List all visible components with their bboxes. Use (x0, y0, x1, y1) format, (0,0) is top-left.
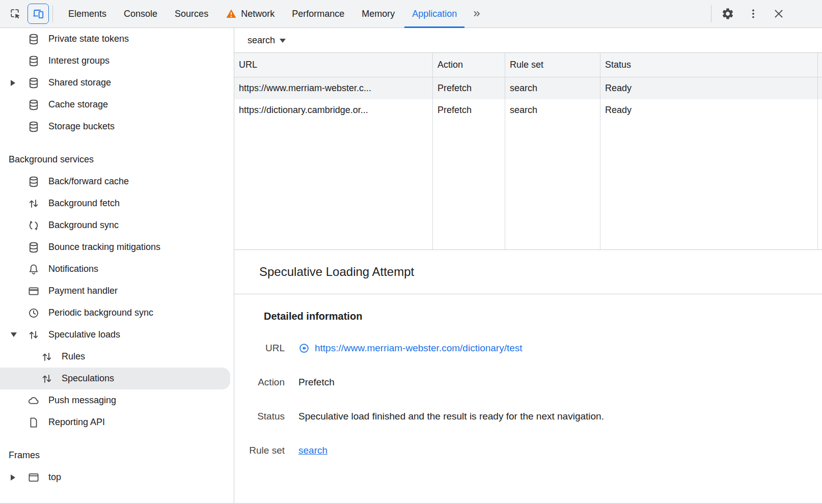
database-icon (28, 241, 40, 254)
rule-set-filter-dropdown[interactable]: search (248, 35, 286, 46)
sidebar-section-frames: Frames (0, 444, 234, 466)
sidebar-item-private-state-tokens[interactable]: Private state tokens (0, 28, 234, 50)
cell-status: Ready (600, 99, 818, 121)
sidebar-item-speculative-loads[interactable]: Speculative loads (0, 324, 234, 346)
sidebar-item-label: Storage buckets (48, 121, 115, 132)
cell-url: https://dictionary.cambridge.or... (234, 99, 433, 121)
sidebar-item-label: Periodic background sync (48, 307, 153, 318)
document-icon (28, 416, 40, 429)
tab-elements[interactable]: Elements (60, 0, 115, 28)
sidebar-item-label: Private state tokens (48, 34, 129, 44)
tab-performance[interactable]: Performance (283, 0, 353, 28)
sync-icon (28, 219, 40, 232)
settings-gear-icon[interactable] (719, 4, 737, 23)
panel-tabs: Elements Console Sources Network Perform… (60, 0, 465, 28)
sidebar-item-notifications[interactable]: Notifications (0, 258, 234, 280)
database-icon (28, 33, 40, 45)
cell-status: Ready (600, 77, 818, 99)
column-header-url[interactable]: URL (234, 53, 433, 77)
tab-label: Sources (175, 9, 208, 19)
report-body: Detailed information URL https://www.mer… (234, 294, 822, 456)
tab-memory[interactable]: Memory (353, 0, 403, 28)
sidebar-item-back-forward-cache[interactable]: Back/forward cache (0, 171, 234, 192)
column-header-rule-set[interactable]: Rule set (505, 53, 600, 77)
empty-cell (433, 121, 505, 249)
detailed-information-heading: Detailed information (264, 311, 822, 322)
expand-arrow-icon[interactable] (8, 474, 28, 481)
sidebar-item-push-messaging[interactable]: Push messaging (0, 389, 234, 411)
sidebar-item-label: Bounce tracking mitigations (48, 242, 160, 253)
tab-label: Memory (362, 9, 395, 19)
bell-icon (28, 263, 40, 275)
device-toolbar-icon[interactable] (28, 4, 49, 24)
devtools-toolbar: Elements Console Sources Network Perform… (0, 0, 822, 28)
sidebar-item-storage-buckets[interactable]: Storage buckets (0, 116, 234, 137)
tab-sources[interactable]: Sources (166, 0, 217, 28)
sidebar-item-label: Notifications (48, 264, 98, 274)
expand-arrow-icon[interactable] (8, 80, 28, 86)
sidebar-item-label: Payment handler (48, 286, 118, 296)
database-icon (28, 121, 40, 133)
detail-rule-set-value: search (298, 445, 822, 456)
toolbar-divider (52, 5, 53, 22)
open-url-icon[interactable] (298, 343, 310, 354)
sidebar-item-payment-handler[interactable]: Payment handler (0, 280, 234, 302)
sidebar-item-background-sync[interactable]: Background sync (0, 214, 234, 236)
cell-rule-set: search (505, 77, 600, 99)
empty-cell (234, 121, 433, 249)
devtools-content: Private state tokens Interest groups Sha… (0, 28, 822, 503)
sidebar-item-background-fetch[interactable]: Background fetch (0, 192, 234, 214)
sidebar-item-label: top (48, 472, 61, 483)
updown-arrows-icon (28, 329, 40, 341)
sidebar-item-reporting-api[interactable]: Reporting API (0, 411, 234, 433)
column-header-status[interactable]: Status (600, 53, 818, 77)
sidebar-item-shared-storage[interactable]: Shared storage (0, 72, 234, 94)
cell-rule-set: search (505, 99, 600, 121)
tab-network[interactable]: Network (217, 0, 283, 28)
rule-set-filter-value: search (248, 35, 275, 46)
sidebar-item-label: Reporting API (48, 417, 105, 428)
report-title: Speculative Loading Attempt (234, 250, 822, 294)
database-icon (28, 99, 40, 111)
empty-cell (600, 121, 818, 249)
column-header-action[interactable]: Action (433, 53, 505, 77)
tab-label: Performance (292, 9, 344, 19)
clock-icon (28, 307, 40, 319)
sidebar-item-label: Background sync (48, 220, 119, 231)
collapse-arrow-icon[interactable] (8, 332, 28, 337)
sidebar-item-interest-groups[interactable]: Interest groups (0, 50, 234, 72)
detail-status-label: Status (234, 411, 285, 422)
updown-arrows-icon (41, 373, 53, 385)
cell-filler (818, 77, 822, 99)
sidebar-item-frame-top[interactable]: top (0, 466, 234, 488)
sidebar-item-periodic-background-sync[interactable]: Periodic background sync (0, 302, 234, 324)
speculations-panel: search URL Action Rule set Status https:… (234, 28, 822, 503)
sidebar-item-label: Shared storage (48, 77, 111, 88)
tab-console[interactable]: Console (115, 0, 166, 28)
updown-arrows-icon (28, 198, 40, 210)
cloud-icon (28, 395, 40, 407)
sidebar-item-label: Cache storage (48, 99, 108, 110)
tab-application[interactable]: Application (403, 0, 465, 28)
speculation-details-report: Speculative Loading Attempt Detailed inf… (234, 250, 822, 503)
toolbar-divider (711, 5, 711, 22)
tab-label: Console (124, 9, 157, 19)
inspect-icon[interactable] (6, 4, 24, 23)
sidebar-item-speculations[interactable]: Speculations (0, 368, 230, 389)
detail-action-value: Prefetch (298, 377, 822, 388)
detail-url-link[interactable]: https://www.merriam-webster.com/dictiona… (315, 343, 523, 354)
close-icon[interactable] (770, 4, 788, 23)
toolbar-right-controls (707, 4, 791, 23)
sidebar-item-label: Back/forward cache (48, 176, 129, 187)
rule-set-link[interactable]: search (298, 445, 327, 456)
updown-arrows-icon (41, 351, 53, 363)
warning-icon (226, 8, 237, 19)
sidebar-item-rules[interactable]: Rules (0, 346, 234, 368)
devtools-window: Elements Console Sources Network Perform… (0, 0, 822, 504)
sidebar-item-cache-storage[interactable]: Cache storage (0, 94, 234, 116)
sidebar-item-bounce-tracking-mitigations[interactable]: Bounce tracking mitigations (0, 236, 234, 258)
detail-url-value: https://www.merriam-webster.com/dictiona… (298, 343, 822, 354)
detail-status-value: Speculative load finished and the result… (298, 411, 822, 422)
more-tabs-icon[interactable] (468, 4, 486, 23)
kebab-menu-icon[interactable] (744, 4, 762, 23)
